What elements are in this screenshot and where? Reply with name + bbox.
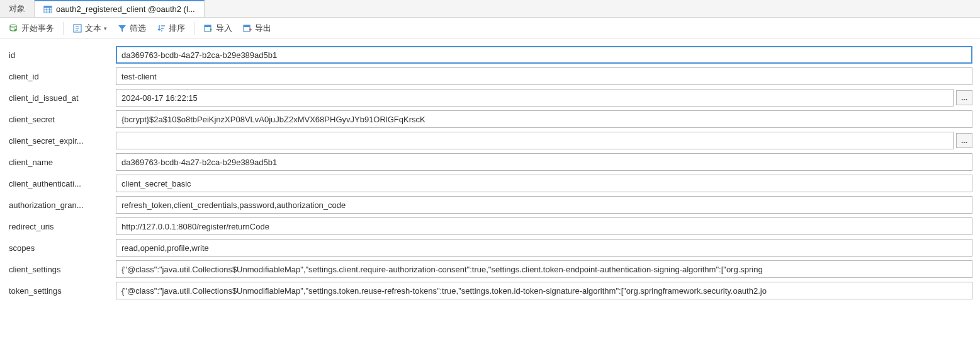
field-input-client_id[interactable] (116, 67, 972, 85)
field-label-scopes: scopes (9, 243, 116, 253)
field-input-scopes[interactable] (116, 239, 972, 257)
import-label: 导入 (216, 23, 232, 34)
field-wrap (116, 153, 972, 171)
field-wrap (116, 110, 972, 128)
tabs-bar: 对象 oauth2_registered_client @oauth2 (l..… (0, 0, 980, 18)
field-label-client_secret: client_secret (9, 115, 116, 124)
field-wrap (116, 67, 972, 85)
field-label-authorization_grant_types: authorization_gran... (9, 200, 116, 210)
sort-icon (156, 23, 166, 33)
field-row-redirect_uris: redirect_uris (9, 216, 972, 237)
field-row-client_id_issued_at: client_id_issued_at... (9, 87, 972, 108)
field-row-client_settings: client_settings (9, 258, 972, 280)
field-label-client_id: client_id (9, 72, 116, 81)
field-row-id: id (9, 44, 972, 66)
begin-transaction-button[interactable]: 开始事务 (5, 20, 58, 37)
ellipsis-button-client_secret_expires_at[interactable]: ... (956, 133, 972, 148)
filter-button[interactable]: 筛选 (113, 20, 150, 37)
field-input-client_id_issued_at[interactable] (116, 89, 954, 107)
table-icon (43, 5, 52, 14)
divider (63, 22, 64, 35)
field-label-token_settings: token_settings (9, 286, 116, 296)
export-icon (242, 23, 252, 33)
field-wrap (116, 196, 972, 214)
field-row-client_name: client_name (9, 151, 972, 173)
field-wrap (116, 175, 972, 192)
text-label: 文本 (85, 23, 101, 34)
field-label-client_authentication_methods: client_authenticati... (9, 179, 116, 188)
text-icon (72, 23, 82, 33)
field-input-client_settings[interactable] (116, 260, 972, 278)
field-label-id: id (9, 50, 116, 60)
export-label: 导出 (255, 23, 271, 34)
field-wrap (116, 46, 972, 64)
field-row-scopes: scopes (9, 237, 972, 258)
field-wrap (116, 217, 972, 235)
field-wrap (116, 282, 972, 299)
field-row-token_settings: token_settings (9, 280, 972, 301)
svg-marker-12 (118, 25, 126, 32)
svg-rect-17 (205, 25, 211, 27)
svg-point-6 (10, 25, 16, 27)
field-label-client_settings: client_settings (9, 265, 116, 274)
field-label-redirect_uris: redirect_uris (9, 222, 116, 231)
tab-table-active[interactable]: oauth2_registered_client @oauth2 (l... (35, 0, 205, 17)
filter-icon (117, 23, 127, 33)
field-input-client_authentication_methods[interactable] (116, 175, 972, 192)
field-row-client_authentication_methods: client_authenticati... (9, 173, 972, 194)
field-wrap: ... (116, 132, 972, 149)
svg-rect-19 (244, 25, 250, 27)
field-input-token_settings[interactable] (116, 282, 972, 299)
svg-rect-1 (44, 6, 52, 8)
field-input-redirect_uris[interactable] (116, 217, 972, 235)
import-icon (203, 23, 213, 33)
filter-label: 筛选 (130, 23, 146, 34)
ellipsis-button-client_id_issued_at[interactable]: ... (956, 90, 972, 105)
field-input-authorization_grant_types[interactable] (116, 196, 972, 214)
field-label-client_secret_expires_at: client_secret_expir... (9, 136, 116, 146)
field-row-client_secret: client_secret (9, 108, 972, 130)
tab-objects[interactable]: 对象 (0, 0, 35, 17)
field-label-client_id_issued_at: client_id_issued_at (9, 93, 116, 103)
field-row-client_id: client_id (9, 66, 972, 87)
field-label-client_name: client_name (9, 158, 116, 167)
play-db-icon (9, 23, 19, 33)
import-button[interactable]: 导入 (200, 20, 236, 37)
field-wrap: ... (116, 89, 972, 107)
text-button[interactable]: 文本 ▾ (69, 20, 111, 37)
tab-objects-label: 对象 (9, 3, 25, 14)
field-wrap (116, 260, 972, 278)
export-button[interactable]: 导出 (239, 20, 275, 37)
field-wrap (116, 239, 972, 257)
field-input-client_secret_expires_at[interactable] (116, 132, 954, 149)
sort-button[interactable]: 排序 (152, 20, 189, 37)
sort-label: 排序 (169, 23, 185, 34)
dropdown-caret-icon: ▾ (104, 25, 107, 32)
form-area: idclient_idclient_id_issued_at...client_… (0, 39, 980, 306)
field-input-client_secret[interactable] (116, 110, 972, 128)
tab-active-label: oauth2_registered_client @oauth2 (l... (56, 4, 195, 14)
begin-tx-label: 开始事务 (21, 23, 54, 34)
divider (194, 22, 194, 35)
field-row-client_secret_expires_at: client_secret_expir...... (9, 130, 972, 151)
field-row-authorization_grant_types: authorization_gran... (9, 194, 972, 216)
field-input-id[interactable] (116, 46, 972, 64)
toolbar: 开始事务 文本 ▾ 筛选 (0, 18, 980, 39)
field-input-client_name[interactable] (116, 153, 972, 171)
